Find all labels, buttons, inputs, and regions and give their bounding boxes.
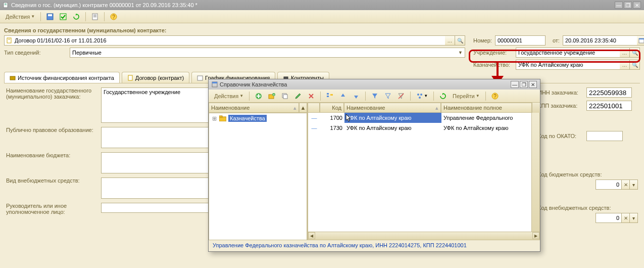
contract-field[interactable]: Договор 01/161/02-16 от 11.01.2016 [4,35,445,46]
svg-rect-12 [7,38,11,43]
doc-icon [7,37,13,43]
modal-titlebar: Справочник Казначейства — ❐ ✕ [209,79,540,90]
tree-root-row[interactable]: ⊞ Казначейства [209,113,307,123]
svg-rect-5 [60,14,66,20]
modal-help-icon[interactable]: ? [489,91,501,101]
extra-code-clear[interactable]: ✕ [622,213,630,223]
add-group-icon[interactable]: + [266,91,278,101]
svg-rect-15 [639,38,644,39]
svg-text:+: + [273,93,275,96]
treasury-select-button[interactable]: … [620,60,630,70]
tab-contract[interactable]: Договор (контракт) [122,72,189,83]
budget-code-spin[interactable]: ▾ [630,180,638,190]
kpp-input[interactable] [586,101,632,111]
hierarchy-icon[interactable] [324,91,336,101]
number-input[interactable] [495,35,546,46]
window-titlebar: Сведения о гос. (муницип.) контракте 000… [0,0,644,10]
doc-icon [3,2,9,8]
number-label: Номер: [473,37,492,43]
extra-code-label: Код внебюджетных средств: [538,205,611,211]
org-label: Учреждение: [473,50,513,56]
refresh-icon[interactable] [70,12,82,22]
okato-label: Код по ОКАТО: [538,133,586,139]
date-input[interactable] [563,35,637,46]
svg-rect-9 [93,17,96,17]
help-icon[interactable]: ? [108,12,120,22]
main-toolbar: Действия ▼ ? [0,10,644,23]
budget-code-clear[interactable]: ✕ [622,180,630,190]
contract-select-button[interactable]: … [445,35,455,46]
close-button[interactable]: ✕ [633,2,641,9]
filter-off-icon[interactable] [395,91,407,101]
chevron-down-icon: ▼ [458,50,463,55]
move-up-icon[interactable] [337,91,349,101]
filter2-icon[interactable] [382,91,394,101]
save-icon[interactable] [44,12,56,22]
filter1-icon[interactable] [369,91,381,101]
move-down-icon[interactable] [350,91,362,101]
svg-rect-31 [327,96,329,97]
minimize-button[interactable]: — [615,2,623,9]
modal-minimize-button[interactable]: — [511,81,519,88]
head-label: Руководитель или иное уполномоченное лиц… [6,203,97,215]
extra-code-input[interactable] [596,213,622,223]
tree-header-name[interactable]: Наименование▴ [209,103,299,113]
contract-search-button[interactable]: 🔍 [455,35,465,46]
treasury-input[interactable] [516,60,620,70]
copy-icon[interactable] [279,91,291,101]
window-title: Сведения о гос. (муницип.) контракте 000… [11,2,197,8]
grid-header-code[interactable]: Код [320,103,344,113]
org-search-button[interactable]: 🔍 [630,48,640,58]
actions-menu[interactable]: Действия ▼ [3,12,37,22]
grid-cell-selected: УФК по Алтайскому краю [344,113,441,123]
svg-rect-32 [330,94,333,96]
grid-vscroll[interactable] [532,103,540,113]
svg-point-36 [419,97,421,99]
budget-code-input[interactable] [596,180,622,190]
okato-input[interactable] [586,131,623,141]
svg-point-34 [417,94,419,96]
svg-rect-18 [197,76,203,80]
tree-header-spacer: ▲ [299,103,307,113]
modal-actions-menu[interactable]: Действия ▼ [212,91,246,101]
svg-text:?: ? [112,14,115,20]
modal-close-button[interactable]: ✕ [529,81,537,88]
tab-funding-source[interactable]: Источник финансирования контракта [4,72,120,83]
grid-header-name[interactable]: Наименование▴ [344,103,441,113]
date-label: от: [553,37,560,43]
tree-mode-icon[interactable]: ▼ [414,91,430,101]
calendar-button[interactable] [637,35,644,46]
modal-maximize-button[interactable]: ❐ [520,81,528,88]
report-icon[interactable] [89,12,101,22]
edit-icon[interactable] [292,91,304,101]
type-dropdown[interactable]: Первичные ▼ [70,48,465,58]
expand-icon[interactable]: ⊞ [211,115,217,122]
extra-type-label: Вид внебюджетных средств: [6,177,97,199]
delete-icon[interactable] [305,91,317,101]
folder-icon [219,115,226,121]
svg-rect-7 [93,15,96,15]
treasury-lookup-modal: Справочник Казначейства — ❐ ✕ Действия ▼… [208,79,540,227]
grid-header-fullname[interactable]: Наименование полное [441,103,532,113]
org-select-button[interactable]: … [620,48,630,58]
treasury-search-button[interactable]: 🔍 [630,60,640,70]
customer-name-label: Наименование государственного (муниципал… [6,87,97,123]
inn-label: ИНН заказчика: [538,90,586,96]
go-menu[interactable]: Перейти ▼ [450,91,482,101]
post-icon[interactable] [57,12,69,22]
svg-rect-2 [5,5,7,5]
grid-row[interactable]: — 1730 УФК по Алтайскому краю УФК по Алт… [308,123,539,133]
extra-code-spin[interactable]: ▾ [630,213,638,223]
cursor-icon [345,114,353,122]
org-input[interactable] [516,48,620,58]
maximize-button[interactable]: ❐ [624,2,632,9]
window-icon [212,81,218,87]
refresh-modal-icon[interactable] [437,91,449,101]
add-icon[interactable] [253,91,265,101]
grid-row[interactable]: — 1700 УФК по Алтайскому краю Управление… [308,113,539,123]
type-label: Тип сведений: [4,50,66,56]
grid-body-vscroll[interactable] [531,113,539,227]
tree-root-label: Казначейства [228,115,267,122]
inn-input[interactable] [586,87,632,98]
budget-code-label: Код бюджетных средств: [538,171,602,177]
